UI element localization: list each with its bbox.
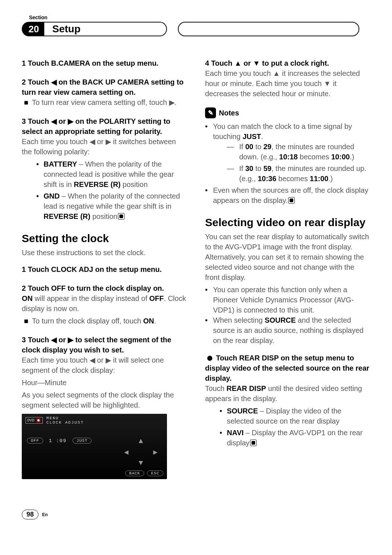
note-1-dash-2: — If 30 to 59, the minutes are rounded u…	[227, 163, 370, 184]
rear-step-body: Touch REAR DISP until the desired video …	[205, 383, 370, 404]
ss-clock-adjust-label: CLOCK ADJUST	[46, 420, 84, 425]
end-square-icon	[118, 213, 124, 220]
clock-step-1: 1 Touch CLOCK ADJ on the setup menu.	[22, 264, 187, 274]
empty-pill	[178, 22, 359, 36]
ss-left-arrow[interactable]: ◀	[124, 448, 128, 457]
page: Section 20 Setup 1 Touch B.CAMERA on the…	[0, 0, 392, 534]
end-square-icon	[288, 197, 295, 204]
page-number-badge: 98	[22, 510, 38, 519]
rear-bullet-1: • You can operate this function only whe…	[205, 285, 370, 315]
disc-icon	[36, 418, 41, 423]
ss-right-arrow[interactable]: ▶	[153, 448, 158, 457]
step-2-note: ■To turn rear view camera setting off, t…	[24, 97, 187, 107]
step-3-head: 3 Touch ◀ or ▶ on the POLARITY setting t…	[22, 116, 187, 136]
language-label: En	[42, 512, 48, 517]
clock-adjust-screenshot: DVD MENU CLOCK ADJUST OFF 1 :09 JUST ▲	[22, 414, 167, 479]
ss-menu-label: MENU	[46, 416, 84, 420]
clock-step-2-body: ON will appear in the display instead of…	[22, 293, 187, 314]
notes-icon: ✎	[205, 107, 216, 118]
notes-heading: ✎ Notes	[205, 107, 370, 118]
step-3-bullet-battery: • BATTERY – When the polarity of the con…	[36, 159, 187, 189]
note-1-dash-1: — If 00 to 29, the minutes are rounded d…	[227, 142, 370, 162]
round-bullet-icon	[207, 356, 212, 361]
clock-step-3: 3 Touch ◀ or ▶ to select the segment of …	[22, 335, 187, 355]
ss-time-display: 1 :09	[49, 438, 67, 444]
step-4-head: 4 Touch ▲ or ▼ to put a clock right.	[205, 58, 370, 68]
rear-sub-source: • SOURCE – Display the video of the sele…	[220, 406, 370, 426]
end-square-icon	[250, 440, 257, 446]
rear-step-head: Touch REAR DISP on the setup menu to dis…	[205, 353, 370, 383]
clock-step-3-body3: As you select segments of the clock disp…	[22, 390, 187, 410]
step-2-head: 2 Touch ◀ on the BACK UP CAMERA setting …	[22, 77, 187, 97]
ss-up-arrow[interactable]: ▲	[139, 437, 143, 445]
heading-setting-clock: Setting the clock	[22, 232, 187, 245]
clock-step-3-body2: Hour—Minute	[22, 378, 187, 388]
footer: 98 En	[22, 510, 370, 519]
rear-bullet-2: • When selecting SOURCE and the selected…	[205, 315, 370, 346]
ss-down-arrow[interactable]: ▼	[139, 459, 143, 467]
note-1: • You can match the clock to a time sign…	[205, 121, 370, 142]
setting-clock-sub: Use these instructions to set the clock.	[22, 248, 187, 258]
clock-step-2-note: ■ To turn the clock display off, touch O…	[24, 316, 187, 326]
section-title-pill: Setup	[44, 22, 167, 36]
step-1-head: 1 Touch B.CAMERA on the setup menu.	[22, 58, 187, 68]
notes-label: Notes	[219, 109, 239, 117]
clock-step-3-body1: Each time you touch ◀ or ▶ it will selec…	[22, 355, 187, 375]
rear-sub-navi: • NAVI – Display the AVG-VDP1 on the rea…	[220, 428, 370, 448]
ss-dvd-badge: DVD	[25, 417, 43, 424]
step-2-note-text: To turn rear view camera setting off, to…	[32, 97, 176, 107]
step-3-bullet-gnd: • GND – When the polarity of the connect…	[36, 191, 187, 221]
step-4-body: Each time you touch ▲ it increases the s…	[205, 68, 370, 99]
clock-step-2: 2 Touch OFF to turn the clock display on…	[22, 283, 187, 293]
right-column: 4 Touch ▲ or ▼ to put a clock right. Eac…	[205, 58, 370, 488]
rear-display-body: You can set the rear display to automati…	[205, 232, 370, 282]
ss-esc-button[interactable]: ESC	[147, 470, 163, 476]
heading-rear-display: Selecting video on rear display	[205, 216, 370, 229]
section-number-badge: 20	[22, 22, 44, 36]
ss-off-button[interactable]: OFF	[27, 438, 43, 444]
ss-just-button[interactable]: JUST	[73, 438, 91, 444]
left-column: 1 Touch B.CAMERA on the setup menu. 2 To…	[22, 58, 187, 488]
ss-back-button[interactable]: BACK	[125, 470, 144, 476]
step-3-body: Each time you touch ◀ or ▶ it switches b…	[22, 136, 187, 157]
section-label: Section	[29, 15, 370, 20]
note-2: • Even when the sources are off, the clo…	[205, 185, 370, 205]
header-row: 20 Setup	[22, 22, 370, 36]
